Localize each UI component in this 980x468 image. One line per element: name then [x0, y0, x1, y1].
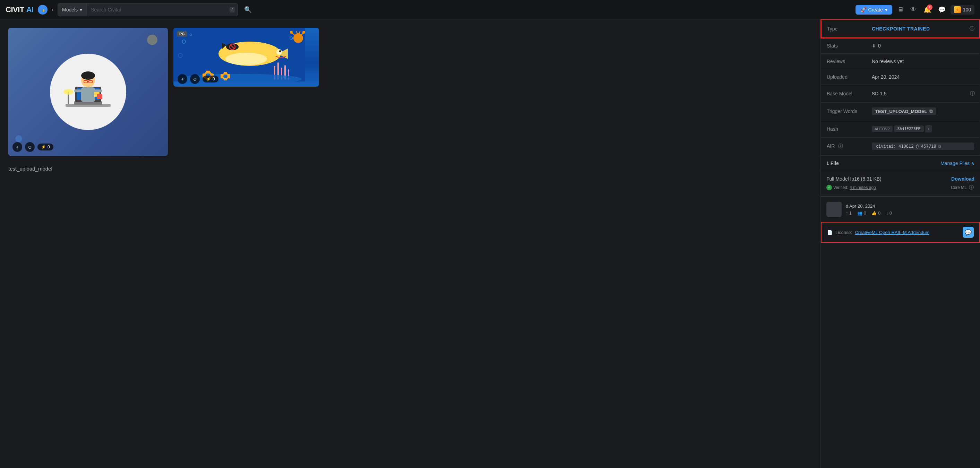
coins-value: 100: [963, 7, 971, 13]
main-content: + ☺ ⚡ 0: [0, 19, 980, 468]
followers-count: 0: [864, 211, 866, 216]
chat-float-button[interactable]: 💬: [963, 227, 974, 238]
downloads-stat: ↓ 0: [886, 211, 892, 216]
metadata-panel: Type CHECKPOINT TRAINED ⓘ Stats: [821, 19, 980, 468]
verified-label: Verified:: [833, 185, 848, 190]
search-input[interactable]: [87, 3, 229, 16]
hash-value-cell: AUTOV2 8A41E225FE ›: [866, 120, 980, 138]
svg-rect-42: [224, 78, 227, 81]
nav-chevron-icon[interactable]: ›: [52, 6, 53, 13]
secondary-image-actions: + ☺ ⚡ 0: [178, 74, 218, 84]
eye-button[interactable]: 👁: [908, 4, 919, 15]
reviews-value: No reviews yet: [866, 54, 980, 69]
base-model-label: Base Model: [821, 85, 866, 103]
uploads-stat: ↑ 1: [846, 211, 852, 216]
chat-float-icon: 💬: [965, 229, 972, 236]
core-ml-label: Core ML: [951, 185, 967, 190]
type-info-button[interactable]: ⓘ: [969, 25, 975, 33]
hash-container: AUTOV2 8A41E225FE ›: [872, 125, 974, 132]
files-count: 1 File: [826, 160, 839, 166]
uploaded-label: Uploaded: [821, 69, 866, 85]
core-ml-info-button[interactable]: ⓘ: [968, 184, 974, 191]
notification-badge: 2: [927, 5, 932, 10]
emoji-icon: ☺: [27, 144, 32, 150]
file-meta: ✓ Verified: 4 minutes ago Core ML ⓘ: [826, 184, 974, 191]
emoji-button[interactable]: ☺: [25, 142, 35, 152]
navbar: CIVITAI 🎭 › Models ▾ / 🔍 🚀 Create ▾ 🖥 👁: [0, 0, 980, 19]
air-info-button[interactable]: ⓘ: [837, 143, 844, 150]
downloads-count: 0: [889, 211, 892, 216]
search-icon: 🔍: [244, 6, 252, 14]
monitor-button[interactable]: 🖥: [895, 4, 905, 15]
logo[interactable]: CIVITAI: [6, 5, 33, 14]
license-label: License:: [835, 230, 852, 235]
user-avatar: [826, 202, 842, 217]
followers-stat: 👥 0: [857, 211, 866, 216]
create-label: Create: [868, 7, 883, 13]
search-wrapper: Models ▾ /: [57, 3, 238, 16]
buzz-badge: ⚡ 0: [37, 144, 53, 151]
svg-rect-15: [81, 87, 95, 102]
trigger-words-value-cell: TEST_UPLOAD_MODEL ⧉: [866, 103, 980, 120]
likes-stat: 👍 0: [872, 211, 880, 216]
svg-rect-3: [956, 8, 958, 11]
copy-air-icon[interactable]: ⧉: [938, 144, 941, 149]
svg-rect-35: [206, 71, 210, 73]
svg-point-60: [290, 31, 293, 33]
model-type-label: Models: [62, 7, 78, 13]
avatar-small: 🎭: [38, 5, 48, 14]
secondary-emoji[interactable]: ☺: [190, 74, 200, 84]
uploaded-row: Uploaded Apr 20, 2024: [821, 69, 980, 85]
expand-icon: ›: [928, 126, 929, 132]
main-image-bg: [8, 28, 168, 156]
svg-text:🎭: 🎭: [41, 8, 45, 12]
svg-point-50: [225, 53, 267, 65]
stats-value: 0: [878, 43, 881, 49]
air-value-cell: civitai: 410612 @ 457718 ⧉: [866, 138, 980, 155]
chat-nav-button[interactable]: 💬: [936, 4, 948, 16]
verified-time-link[interactable]: 4 minutes ago: [850, 185, 876, 190]
main-image[interactable]: + ☺ ⚡ 0: [8, 28, 168, 156]
model-name: test_upload_model: [8, 166, 812, 171]
license-link[interactable]: CreativeML Open RAIL-M Addendum: [855, 230, 929, 235]
base-model-value: SD 1.5: [872, 91, 887, 96]
add-reaction-button[interactable]: +: [13, 142, 22, 152]
check-icon: ✓: [828, 186, 830, 189]
svg-rect-44: [228, 74, 230, 78]
upload-icon: ↑: [846, 211, 848, 216]
images-panel: + ☺ ⚡ 0: [0, 19, 821, 468]
slash-badge: /: [229, 7, 235, 13]
download-button[interactable]: Download: [951, 176, 974, 182]
download-stats-icon: ⬇: [872, 43, 876, 49]
image-overlay-actions: + ☺ ⚡ 0: [13, 142, 53, 152]
hash-expand-button[interactable]: ›: [925, 125, 932, 132]
manage-files-button[interactable]: Manage Files ∧: [940, 160, 974, 166]
copy-trigger-icon[interactable]: ⧉: [929, 108, 932, 114]
model-type-select[interactable]: Models ▾: [58, 3, 87, 16]
file-name: Full Model fp16 (8.31 KB): [826, 176, 881, 182]
create-button[interactable]: 🚀 Create ▾: [856, 5, 892, 14]
type-label: Type: [821, 20, 866, 38]
secondary-buzz-badge: ⚡ 0: [202, 76, 218, 82]
trigger-words-label: Trigger Words: [821, 103, 866, 120]
secondary-image[interactable]: PG + ☺ ⚡ 0: [173, 28, 319, 87]
base-model-info-button[interactable]: ⓘ: [969, 90, 975, 97]
air-text: civitai: 410612 @ 457718: [876, 144, 936, 149]
svg-rect-41: [224, 72, 227, 75]
user-date: d Apr 20, 2024: [846, 203, 974, 209]
verified-icon: ✓: [826, 185, 832, 190]
secondary-add-reaction[interactable]: +: [178, 74, 187, 84]
search-button[interactable]: 🔍: [242, 4, 254, 16]
coin-icon: [954, 6, 961, 13]
download-user-icon: ↓: [886, 211, 888, 216]
person-illustration: [50, 54, 126, 130]
secondary-buzz-count: 0: [213, 77, 215, 81]
file-item-header: Full Model fp16 (8.31 KB) Download: [826, 176, 974, 182]
create-chevron-icon: ▾: [885, 7, 888, 13]
create-rocket-icon: 🚀: [861, 7, 866, 13]
svg-point-49: [279, 50, 281, 52]
user-stats: ↑ 1 👥 0 👍 0 ↓ 0: [846, 211, 974, 216]
user-coins[interactable]: 100: [951, 5, 974, 14]
notification-button[interactable]: 🔔 2: [921, 4, 933, 16]
hash-row: Hash AUTOV2 8A41E225FE ›: [821, 120, 980, 138]
